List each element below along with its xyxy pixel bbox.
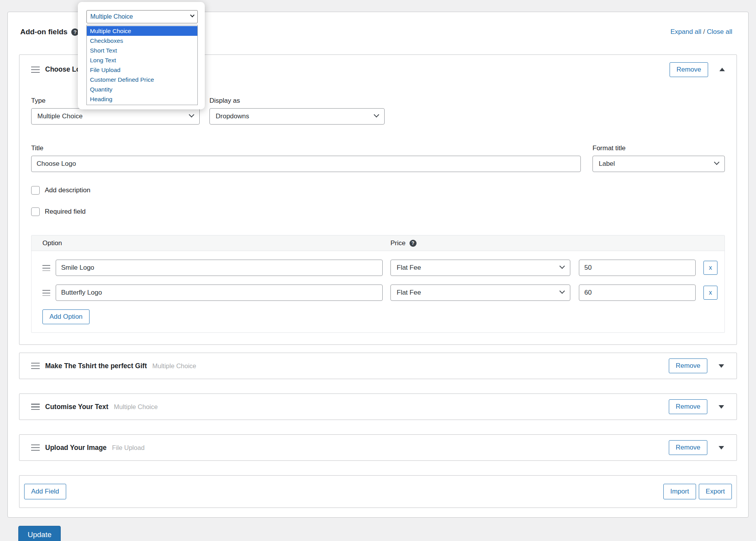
required-field-label: Required field xyxy=(45,208,86,216)
chevron-down-icon xyxy=(374,112,379,118)
panel-title-wrap: Add-on fields ? xyxy=(19,28,79,36)
field-header-actions: Remove xyxy=(669,440,724,455)
popup-option-checkboxes[interactable]: Checkboxes xyxy=(87,36,197,46)
expand-icon[interactable] xyxy=(719,405,724,409)
drag-handle-icon[interactable] xyxy=(42,290,50,296)
page-title: Add-on fields xyxy=(20,28,67,36)
expand-close-links: Expand all / Close all xyxy=(670,28,737,36)
price-type-select-value: Flat Fee xyxy=(397,289,421,297)
chevron-down-icon xyxy=(559,263,565,269)
collapse-icon[interactable] xyxy=(719,68,725,71)
format-title-select[interactable]: Label xyxy=(592,156,725,172)
popup-option-file-upload[interactable]: File Upload xyxy=(87,65,197,75)
chevron-down-icon xyxy=(559,288,565,294)
field-card-collapsed: Upload Your Image File Upload Remove xyxy=(19,434,737,461)
option-column-header: Option xyxy=(42,239,62,247)
popup-type-select-value: Multiple Choice xyxy=(90,13,133,20)
add-field-button[interactable]: Add Field xyxy=(24,484,66,499)
field-title: Upload Your Image xyxy=(45,444,107,452)
field-type-tag: Multiple Choice xyxy=(114,403,158,411)
format-title-label: Format title xyxy=(592,144,725,152)
import-export-group: Import Export xyxy=(663,484,732,499)
expand-icon[interactable] xyxy=(719,446,724,450)
title-input[interactable] xyxy=(31,156,581,172)
title-format-row: Title Format title Label xyxy=(31,144,725,172)
update-button[interactable]: Update xyxy=(18,526,61,541)
close-all-link[interactable]: Close all xyxy=(707,28,732,35)
remove-option-button[interactable]: x xyxy=(703,286,717,300)
drag-handle-icon[interactable] xyxy=(31,404,40,410)
popup-option-heading[interactable]: Heading xyxy=(87,94,197,104)
option-name-input[interactable] xyxy=(56,285,383,301)
field-card-collapsed: Make The Tshirt the perfect Gift Multipl… xyxy=(19,353,737,379)
add-description-row: Add description xyxy=(31,186,725,195)
remove-field-button[interactable]: Remove xyxy=(669,399,707,414)
chevron-down-icon xyxy=(190,13,194,17)
required-field-checkbox[interactable] xyxy=(31,207,40,216)
display-as-select-value: Dropdowns xyxy=(216,112,249,120)
display-as-select[interactable]: Dropdowns xyxy=(209,108,385,125)
chevron-down-icon xyxy=(189,112,194,118)
remove-field-button[interactable]: Remove xyxy=(670,62,708,77)
option-row: Flat Fee x xyxy=(32,260,724,276)
popup-option-customer-defined-price[interactable]: Customer Defined Price xyxy=(87,75,197,84)
add-description-label: Add description xyxy=(45,186,90,194)
price-type-select-value: Flat Fee xyxy=(397,264,421,272)
type-select[interactable]: Multiple Choice xyxy=(31,108,200,125)
field-title: Cutomise Your Text xyxy=(45,403,108,411)
add-option-button[interactable]: Add Option xyxy=(42,309,90,324)
option-price-input[interactable] xyxy=(579,260,696,276)
price-column-header: Price xyxy=(390,239,406,247)
field-title: Make The Tshirt the perfect Gift xyxy=(45,362,147,370)
add-description-checkbox[interactable] xyxy=(31,186,40,195)
title-label: Title xyxy=(31,144,581,152)
type-select-value: Multiple Choice xyxy=(37,112,83,120)
expand-icon[interactable] xyxy=(719,364,724,368)
drag-handle-icon[interactable] xyxy=(31,444,40,451)
remove-field-button[interactable]: Remove xyxy=(669,440,707,455)
popup-option-multiple-choice[interactable]: Multiple Choice xyxy=(87,26,197,36)
field-type-tag: File Upload xyxy=(112,444,144,451)
option-row: Flat Fee x xyxy=(32,285,724,301)
field-type-tag: Multiple Choice xyxy=(152,362,196,370)
price-type-select[interactable]: Flat Fee xyxy=(390,260,570,276)
price-type-select[interactable]: Flat Fee xyxy=(390,285,570,301)
popup-option-short-text[interactable]: Short Text xyxy=(87,46,197,55)
add-option-row: Add Option xyxy=(32,301,724,332)
chevron-down-icon xyxy=(714,160,719,165)
field-body: Type Multiple Choice Display as Dropdown… xyxy=(19,97,737,344)
export-button[interactable]: Export xyxy=(699,484,732,499)
price-column-header-wrap: Price ? xyxy=(390,239,417,247)
expand-all-link[interactable]: Expand all xyxy=(670,28,701,35)
field-header-actions: Remove xyxy=(670,62,725,77)
popup-type-select[interactable]: Multiple Choice xyxy=(86,10,198,23)
drag-handle-icon[interactable] xyxy=(31,67,40,73)
drag-handle-icon[interactable] xyxy=(31,363,40,369)
popup-options-list: Multiple Choice Checkboxes Short Text Lo… xyxy=(86,25,198,105)
options-table: Option Price ? Flat Fee x xyxy=(31,235,725,333)
options-table-header: Option Price ? xyxy=(32,235,724,251)
drag-handle-icon[interactable] xyxy=(42,265,50,271)
field-header-actions: Remove xyxy=(669,399,724,414)
field-card-collapsed: Cutomise Your Text Multiple Choice Remov… xyxy=(19,393,737,420)
display-as-group: Display as Dropdowns xyxy=(209,97,385,125)
popup-option-quantity[interactable]: Quantity xyxy=(87,84,197,94)
title-group: Title xyxy=(31,144,581,172)
type-select-popup: Multiple Choice Multiple Choice Checkbox… xyxy=(78,2,205,109)
link-separator: / xyxy=(701,28,707,35)
remove-field-button[interactable]: Remove xyxy=(669,358,707,373)
footer-bar: Add Field Import Export xyxy=(19,475,737,508)
option-price-input[interactable] xyxy=(579,285,696,301)
option-name-input[interactable] xyxy=(56,260,383,276)
format-title-select-value: Label xyxy=(599,160,615,168)
field-header-actions: Remove xyxy=(669,358,724,373)
remove-option-button[interactable]: x xyxy=(703,261,717,275)
import-button[interactable]: Import xyxy=(663,484,696,499)
popup-option-long-text[interactable]: Long Text xyxy=(87,55,197,65)
required-field-row: Required field xyxy=(31,207,725,216)
price-help-icon[interactable]: ? xyxy=(410,240,417,247)
format-title-group: Format title Label xyxy=(592,144,725,172)
display-as-label: Display as xyxy=(209,97,385,105)
